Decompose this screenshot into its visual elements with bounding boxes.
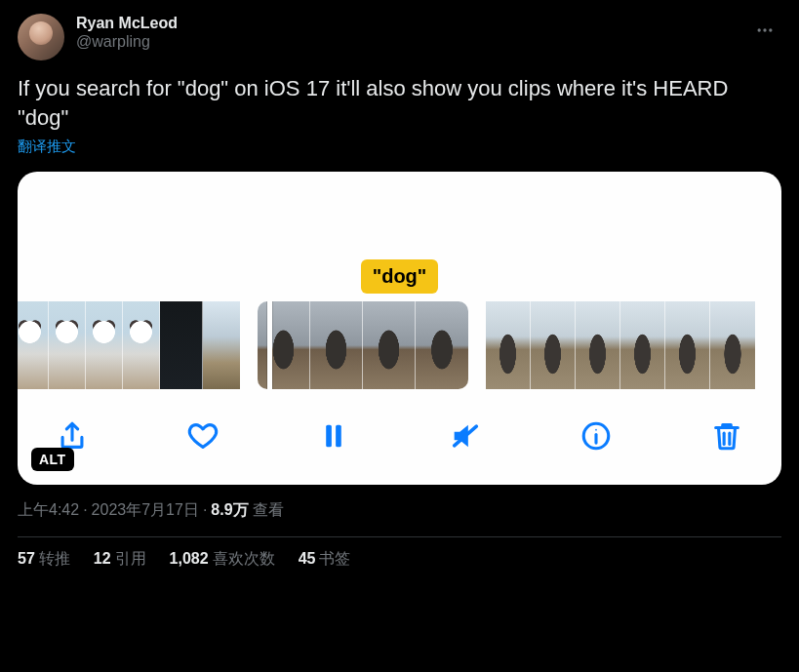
bookmarks-stat[interactable]: 45书签 bbox=[299, 549, 351, 570]
retweets-stat[interactable]: 57转推 bbox=[18, 549, 70, 570]
views-count[interactable]: 8.9万 bbox=[211, 501, 248, 518]
trash-icon bbox=[710, 419, 743, 453]
meta-date[interactable]: 2023年7月17日 bbox=[92, 501, 199, 518]
tweet-header: Ryan McLeod @warpling bbox=[18, 14, 781, 60]
delete-button[interactable] bbox=[707, 416, 746, 455]
tweet-meta: 上午4:42·2023年7月17日·8.9万 查看 bbox=[18, 500, 781, 521]
handle: @warpling bbox=[76, 32, 178, 51]
media-card[interactable]: "dog" bbox=[18, 172, 781, 485]
more-button[interactable] bbox=[748, 14, 781, 47]
likes-stat[interactable]: 1,082喜欢次数 bbox=[170, 549, 275, 570]
tweet-stats: 57转推 12引用 1,082喜欢次数 45书签 bbox=[18, 549, 781, 570]
meta-time[interactable]: 上午4:42 bbox=[18, 501, 79, 518]
tweet-text: If you search for "dog" on iOS 17 it'll … bbox=[18, 74, 781, 132]
more-icon bbox=[755, 20, 775, 40]
translate-link[interactable]: 翻译推文 bbox=[18, 138, 781, 156]
info-button[interactable] bbox=[577, 416, 616, 455]
views-label: 查看 bbox=[253, 501, 284, 518]
svg-point-7 bbox=[595, 429, 597, 431]
alt-badge[interactable]: ALT bbox=[31, 448, 74, 471]
svg-point-2 bbox=[769, 28, 772, 31]
display-name: Ryan McLeod bbox=[76, 14, 178, 32]
pause-button[interactable] bbox=[314, 416, 353, 455]
svg-point-0 bbox=[758, 28, 761, 31]
svg-rect-3 bbox=[327, 425, 333, 448]
mute-icon bbox=[449, 419, 482, 453]
media-controls bbox=[18, 395, 781, 485]
quotes-stat[interactable]: 12引用 bbox=[94, 549, 146, 570]
video-timeline[interactable] bbox=[18, 301, 781, 395]
pause-icon bbox=[317, 419, 350, 453]
clip-thumbnail-active[interactable] bbox=[258, 301, 468, 389]
playhead[interactable] bbox=[267, 301, 272, 389]
mute-button[interactable] bbox=[446, 416, 485, 455]
separator bbox=[18, 536, 781, 537]
clip-thumbnail[interactable] bbox=[486, 301, 755, 389]
search-token-badge: "dog" bbox=[361, 259, 439, 294]
svg-rect-4 bbox=[337, 425, 342, 448]
like-button[interactable] bbox=[183, 416, 222, 455]
clip-thumbnail[interactable] bbox=[18, 301, 240, 389]
tweet-container: Ryan McLeod @warpling If you search for … bbox=[0, 0, 799, 579]
info-icon bbox=[579, 419, 613, 453]
svg-point-1 bbox=[763, 28, 766, 31]
author-names[interactable]: Ryan McLeod @warpling bbox=[76, 14, 178, 51]
heart-icon bbox=[186, 419, 220, 453]
avatar[interactable] bbox=[18, 14, 64, 60]
